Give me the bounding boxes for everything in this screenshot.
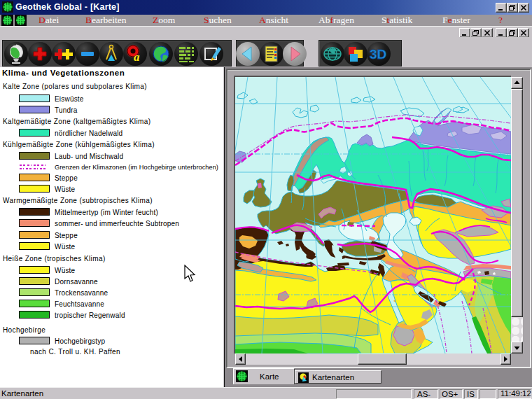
svg-text:a: a bbox=[134, 50, 140, 64]
svg-text:3D: 3D bbox=[370, 47, 386, 62]
